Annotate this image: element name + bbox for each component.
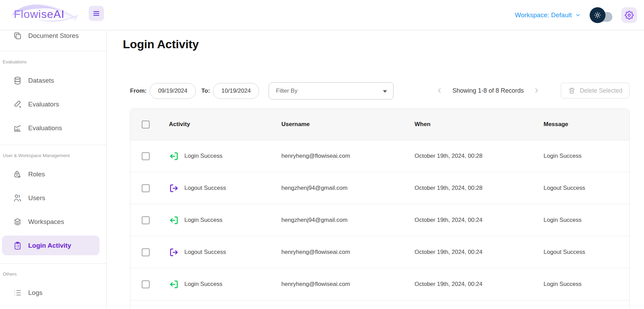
- from-date-input[interactable]: [150, 83, 196, 99]
- main-content: Login Activity From: To: Filter By Showi…: [107, 31, 644, 309]
- message-cell: Logout Success: [544, 249, 629, 256]
- sidebar-divider: [0, 263, 106, 264]
- table-row: Login Successhenryheng@flowiseai.comOcto…: [130, 268, 629, 300]
- select-all-checkbox[interactable]: [142, 121, 150, 128]
- sidebar-item-label: Evaluators: [28, 101, 59, 108]
- sidebar-item-users[interactable]: Users: [2, 188, 99, 208]
- workspace-dropdown[interactable]: Workspace: Default: [515, 11, 581, 19]
- to-date-input[interactable]: [213, 83, 259, 99]
- theme-toggle[interactable]: [590, 7, 612, 23]
- roles-icon: [13, 170, 22, 179]
- table-row: Login Successhengzhenj94@gmail.comOctobe…: [130, 204, 629, 236]
- column-header-message: Message: [544, 121, 629, 128]
- document-stores-icon: [13, 31, 22, 40]
- row-checkbox[interactable]: [142, 184, 150, 192]
- row-checkbox[interactable]: [142, 152, 150, 160]
- app-header: FlowiseAI Workspace: Default: [0, 0, 644, 30]
- login-icon: [169, 151, 179, 161]
- filter-by-select[interactable]: Filter By: [269, 82, 394, 100]
- message-cell: Login Success: [544, 217, 629, 224]
- message-cell: Login Success: [544, 153, 629, 159]
- login-activity-icon: [13, 241, 22, 250]
- sidebar: Document StoresEvaluationsDatasetsEvalua…: [0, 31, 107, 309]
- column-header-activity: Activity: [169, 121, 281, 128]
- next-page-button[interactable]: [531, 85, 541, 96]
- when-cell: October 19th, 2024, 00:24: [415, 281, 544, 288]
- trash-icon: [568, 87, 576, 94]
- select-caret-icon: [383, 90, 387, 93]
- sidebar-toggle-button[interactable]: [89, 6, 104, 21]
- filter-bar: From: To: Filter By: [130, 82, 394, 100]
- sidebar-item-login-activity[interactable]: Login Activity: [2, 236, 99, 255]
- sidebar-item-label: Workspaces: [28, 218, 64, 226]
- settings-button[interactable]: [621, 7, 637, 23]
- username-cell: hengzhenj94@gmail.com: [281, 217, 415, 224]
- delete-selected-label: Delete Selected: [580, 87, 622, 94]
- workspace-label: Workspace: Default: [515, 11, 572, 19]
- evaluators-icon: [13, 100, 22, 109]
- sidebar-item-datasets[interactable]: Datasets: [2, 71, 99, 90]
- section-label-others: Others: [3, 271, 106, 277]
- message-cell: Logout Success: [544, 185, 629, 192]
- row-checkbox[interactable]: [142, 248, 150, 256]
- sidebar-item-evaluators[interactable]: Evaluators: [2, 94, 99, 114]
- sidebar-item-evaluations[interactable]: Evaluations: [2, 118, 99, 138]
- row-checkbox[interactable]: [142, 216, 150, 224]
- table-header-row: Activity Username When Message: [130, 109, 629, 140]
- username-cell: hengzhenj94@gmail.com: [281, 185, 415, 192]
- evaluations-icon: [13, 124, 22, 133]
- table-row: Logout Successhenryheng@flowiseai.comOct…: [130, 236, 629, 268]
- section-label-user-workspace-management: User & Workspace Management: [3, 153, 106, 158]
- message-cell: Login Success: [544, 281, 629, 288]
- filter-by-placeholder: Filter By: [276, 87, 297, 94]
- sidebar-item-roles[interactable]: Roles: [2, 164, 99, 184]
- login-icon: [169, 279, 179, 289]
- hamburger-icon: [92, 9, 101, 18]
- sidebar-item-label: Evaluations: [28, 124, 62, 132]
- activity-label: Logout Success: [184, 185, 226, 192]
- login-activity-table: Activity Username When Message Login Suc…: [130, 109, 630, 309]
- sidebar-divider: [0, 145, 106, 145]
- activity-label: Logout Success: [184, 249, 226, 256]
- table-row: Logout Successhengzhenj94@gmail.comOctob…: [130, 172, 629, 204]
- sidebar-item-label: Login Activity: [28, 242, 71, 249]
- users-icon: [13, 194, 22, 203]
- logout-icon: [169, 247, 179, 257]
- username-cell: henryheng@flowiseai.com: [281, 249, 415, 256]
- prev-page-button[interactable]: [434, 85, 445, 96]
- table-row: Login Successhenryheng@flowiseai.comOcto…: [130, 140, 629, 172]
- page-title: Login Activity: [123, 38, 199, 51]
- column-header-when: When: [415, 121, 544, 128]
- logout-icon: [169, 183, 179, 193]
- sidebar-item-label: Datasets: [28, 77, 54, 84]
- datasets-icon: [13, 76, 22, 85]
- when-cell: October 19th, 2024, 00:24: [415, 249, 544, 256]
- column-header-username: Username: [281, 121, 415, 128]
- sun-icon: [593, 11, 602, 19]
- when-cell: October 19th, 2024, 00:28: [415, 185, 544, 192]
- pagination-status: Showing 1-8 of 8 Records: [452, 87, 524, 94]
- activity-label: Login Success: [184, 217, 223, 224]
- table-controls: Showing 1-8 of 8 Records Delete Selected: [434, 82, 630, 100]
- to-label: To:: [201, 87, 210, 94]
- logo-text: FlowiseAI: [14, 8, 65, 20]
- toggle-knob: [590, 7, 605, 23]
- sidebar-item-logs[interactable]: Logs: [2, 283, 99, 302]
- row-checkbox[interactable]: [142, 280, 150, 288]
- sidebar-item-workspaces[interactable]: Workspaces: [2, 212, 99, 231]
- sidebar-item-label: Roles: [28, 171, 45, 178]
- gear-icon: [625, 11, 634, 20]
- section-label-evaluations: Evaluations: [3, 59, 106, 64]
- delete-selected-button[interactable]: Delete Selected: [561, 83, 630, 99]
- flowise-logo[interactable]: FlowiseAI: [10, 1, 78, 25]
- workspaces-icon: [13, 217, 22, 226]
- when-cell: October 19th, 2024, 00:28: [415, 153, 544, 159]
- username-cell: henryheng@flowiseai.com: [281, 153, 415, 159]
- chevron-right-icon: [533, 87, 540, 94]
- chevron-left-icon: [436, 87, 443, 94]
- sidebar-item-label: Logs: [28, 289, 42, 297]
- when-cell: October 19th, 2024, 00:24: [415, 217, 544, 224]
- sidebar-item-document-stores[interactable]: Document Stores: [2, 31, 99, 45]
- activity-label: Login Success: [184, 281, 223, 288]
- chevron-down-icon: [575, 12, 581, 18]
